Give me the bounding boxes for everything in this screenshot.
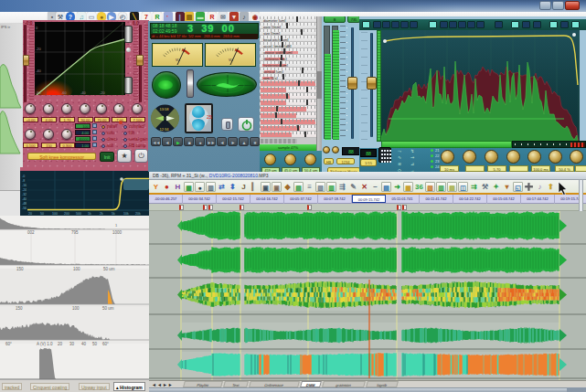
svg-text:60°: 60° [5,342,12,346]
svg-text:VU: VU [229,58,233,62]
svg-text:-56: -56 [22,207,27,210]
svg-text:A (V) 1.0: A (V) 1.0 [37,342,53,346]
svg-text:-0: -0 [22,175,25,178]
svg-text:20: 20 [58,342,63,346]
svg-text:-40: -40 [22,197,27,201]
svg-text:500: 500 [76,212,81,216]
svg-text:-80: -80 [36,90,42,95]
svg-text:60°: 60° [102,342,109,346]
svg-text:100: 100 [72,306,80,311]
svg-text:-8: -8 [22,179,25,183]
svg-text:002: 002 [27,230,35,235]
svg-text:12:34: 12:34 [160,127,170,132]
svg-text:-40: -40 [36,69,42,73]
svg-text:20: 20 [28,212,32,216]
svg-text:200: 200 [64,212,69,216]
svg-text:13:58: 13:58 [160,107,170,111]
svg-text:50 um: 50 um [102,306,114,311]
svg-text:-24: -24 [22,188,27,192]
svg-text:1k: 1k [88,212,91,216]
svg-text:-20: -20 [36,47,42,51]
svg-text:-32: -32 [22,193,27,196]
svg-text:-48: -48 [22,202,27,206]
svg-text:795: 795 [71,230,79,235]
svg-text:50: 50 [92,342,98,346]
svg-text:2k: 2k [100,212,103,216]
svg-text:10k: 10k [123,212,129,216]
svg-text:-40: -40 [80,90,87,95]
svg-text:100: 100 [52,212,58,216]
svg-text:30: 30 [69,342,75,346]
svg-text:40: 40 [81,342,87,346]
svg-text:50: 50 [40,212,44,216]
svg-text:50 um: 50 um [103,267,115,271]
svg-text:1000: 1000 [112,230,123,235]
svg-text:-16: -16 [22,184,27,187]
svg-text:VU: VU [176,58,180,62]
svg-text:150: 150 [16,306,23,311]
svg-text:-60: -60 [61,90,68,95]
svg-text:150: 150 [16,267,24,271]
svg-text:20k: 20k [135,212,141,216]
svg-text:-20: -20 [100,90,106,95]
svg-text:100: 100 [73,267,80,271]
svg-text:5k: 5k [112,212,115,216]
